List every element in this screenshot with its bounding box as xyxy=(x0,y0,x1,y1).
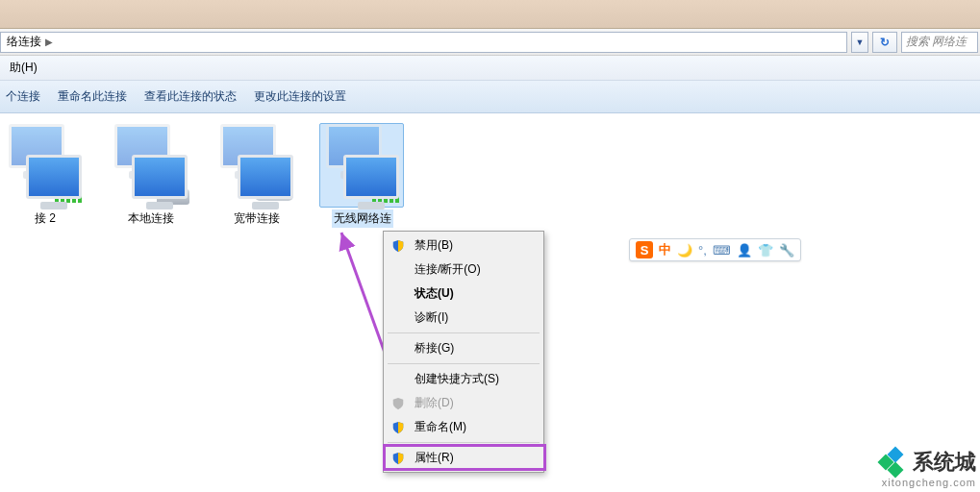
menu-delete: 删除(D) xyxy=(386,391,541,415)
ime-logo-icon[interactable]: S xyxy=(636,241,653,258)
shield-icon xyxy=(391,239,405,253)
menu-shortcut[interactable]: 创建快捷方式(S) xyxy=(386,367,541,391)
settings-wrench-icon[interactable]: 🔧 xyxy=(779,243,794,258)
menu-separator xyxy=(388,332,540,333)
menu-status[interactable]: 状态(U) xyxy=(386,282,541,306)
menu-bar: 助(H) xyxy=(0,56,980,81)
breadcrumb-arrow-icon[interactable]: ▶ xyxy=(45,37,53,47)
shield-icon xyxy=(391,421,405,434)
watermark-url: xitongcheng.com xyxy=(880,477,976,488)
content-area: 接 2 ✖ 本地连接 宽带连接 无线 xyxy=(0,113,980,492)
menu-label: 状态(U) xyxy=(415,285,454,302)
menu-separator xyxy=(388,363,540,364)
monitor-icon xyxy=(238,155,293,199)
shield-icon xyxy=(391,452,405,465)
moon-icon[interactable]: 🌙 xyxy=(677,243,692,258)
monitor-icon xyxy=(343,155,399,199)
menu-disable[interactable]: 禁用(B) xyxy=(386,234,541,258)
watermark: 系统城 xitongcheng.com xyxy=(880,448,976,488)
connection-label: 接 2 xyxy=(33,209,58,228)
menu-bridge[interactable]: 桥接(G) xyxy=(386,336,541,360)
menu-separator xyxy=(388,442,540,443)
connection-list: 接 2 ✖ 本地连接 宽带连接 无线 xyxy=(0,123,980,228)
menu-connect[interactable]: 连接/断开(O) xyxy=(386,258,541,282)
breadcrumb-segment[interactable]: 络连接 xyxy=(7,34,41,50)
menu-label: 创建快捷方式(S) xyxy=(415,371,499,387)
connection-item-2[interactable]: 接 2 xyxy=(2,123,88,228)
search-input[interactable]: 搜索 网络连 xyxy=(901,32,978,53)
address-bar: 络连接 ▶ ▼ ↻ 搜索 网络连 xyxy=(0,29,980,56)
watermark-name: 系统城 xyxy=(913,448,976,477)
connection-item-local[interactable]: ✖ 本地连接 xyxy=(108,123,194,228)
menu-label: 连接/断开(O) xyxy=(415,261,481,278)
connection-item-wireless[interactable]: 无线网络连 xyxy=(319,123,406,228)
connection-label: 本地连接 xyxy=(126,209,176,228)
connection-label: 宽带连接 xyxy=(232,209,282,228)
connection-item-broadband[interactable]: 宽带连接 xyxy=(214,123,300,228)
connection-label: 无线网络连 xyxy=(332,209,393,228)
menu-help[interactable]: 助(H) xyxy=(4,60,43,76)
toolbar-item-this-connection[interactable]: 个连接 xyxy=(6,88,40,105)
menu-label: 重命名(M) xyxy=(415,419,466,435)
punctuation-icon[interactable]: °, xyxy=(698,243,707,258)
watermark-logo-icon xyxy=(880,449,907,476)
user-icon[interactable]: 👤 xyxy=(737,243,752,258)
context-menu: 禁用(B) 连接/断开(O) 状态(U) 诊断(I) 桥接(G) 创建快捷方式(… xyxy=(383,231,544,473)
breadcrumb-box[interactable]: 络连接 ▶ xyxy=(0,32,847,53)
menu-label: 桥接(G) xyxy=(415,340,454,357)
toolbar-item-rename[interactable]: 重命名此连接 xyxy=(58,88,127,105)
shield-icon xyxy=(391,397,405,410)
ime-mode-chinese[interactable]: 中 xyxy=(659,241,671,258)
menu-label: 诊断(I) xyxy=(415,309,448,326)
menu-diagnose[interactable]: 诊断(I) xyxy=(386,306,541,330)
window-titlebar xyxy=(0,0,980,29)
ime-toolbar[interactable]: S 中 🌙 °, ⌨ 👤 👕 🔧 xyxy=(629,238,801,261)
menu-properties[interactable]: 属性(R) xyxy=(386,446,541,470)
monitor-icon xyxy=(26,155,82,199)
menu-label: 禁用(B) xyxy=(415,237,453,254)
keyboard-icon[interactable]: ⌨ xyxy=(713,243,731,258)
toolbar-item-settings[interactable]: 更改此连接的设置 xyxy=(254,88,346,105)
menu-label: 属性(R) xyxy=(415,450,454,466)
menu-label: 删除(D) xyxy=(415,395,454,411)
menu-rename[interactable]: 重命名(M) xyxy=(386,415,541,439)
refresh-button[interactable]: ↻ xyxy=(872,32,897,53)
address-dropdown-button[interactable]: ▼ xyxy=(851,32,868,53)
toolbar-item-status[interactable]: 查看此连接的状态 xyxy=(144,88,237,105)
command-bar: 个连接 重命名此连接 查看此连接的状态 更改此连接的设置 xyxy=(0,81,980,113)
monitor-icon xyxy=(132,155,188,199)
skin-icon[interactable]: 👕 xyxy=(758,243,773,258)
